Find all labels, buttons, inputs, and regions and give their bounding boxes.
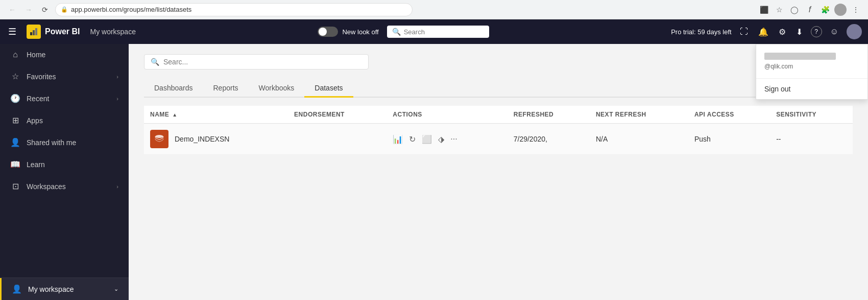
share-action-icon[interactable]: ⬗ (438, 134, 444, 144)
row-next-refresh-cell: N/A (590, 124, 688, 155)
col-next-refresh: NEXT REFRESH (590, 106, 688, 124)
sidebar-label-apps: Apps (27, 117, 43, 125)
sidebar-item-home[interactable]: ⌂ Home (0, 44, 129, 65)
lock-icon: 🔒 (61, 6, 68, 13)
content-tabs: Dashboards Reports Workbooks Datasets (144, 80, 853, 98)
extensions-icon[interactable]: 🧩 (819, 4, 831, 16)
user-dropdown: @qlik.com Sign out (756, 44, 868, 100)
tab-reports[interactable]: Reports (203, 80, 249, 98)
my-workspace-label: My workspace (28, 285, 74, 293)
back-button[interactable]: ← (6, 4, 18, 16)
sidebar-item-shared[interactable]: 👤 Shared with me (0, 131, 129, 153)
feedback-button[interactable]: ☺ (828, 25, 840, 38)
sidebar-item-workspaces[interactable]: ⊡ Workspaces › (0, 175, 129, 197)
reload-button[interactable]: ⟳ (39, 4, 51, 16)
forward-button[interactable]: → (22, 4, 35, 16)
sidebar-item-favorites[interactable]: ☆ Favorites › (0, 65, 129, 87)
search-box[interactable]: 🔍 (387, 26, 489, 38)
toggle-knob (319, 28, 327, 36)
learn-icon: 📖 (10, 159, 20, 169)
col-api-access: API ACCESS (688, 106, 770, 124)
help-button[interactable]: ? (811, 26, 822, 37)
refresh-action-icon[interactable]: ↻ (409, 134, 416, 144)
user-display-name (764, 53, 836, 60)
search-icon: 🔍 (392, 28, 401, 36)
sidebar-item-apps[interactable]: ⊞ Apps (0, 109, 129, 131)
action-icons-group: 📊 ↻ ⬜ ⬗ ··· (393, 134, 501, 144)
toggle-label: New look off (342, 28, 378, 36)
top-nav-center: New look off 🔍 (144, 26, 663, 38)
more-action-icon[interactable]: ··· (450, 134, 457, 144)
pro-trial-label: Pro trial: 59 days left (671, 28, 732, 36)
my-workspace-icon: 👤 (12, 284, 22, 294)
table-row: Demo_INDEXSN 📊 ↻ ⬜ (144, 124, 853, 155)
notifications-button[interactable]: 🔔 (756, 25, 770, 39)
tab-datasets[interactable]: Datasets (304, 80, 353, 98)
row-refreshed-cell: 7/29/2020, (508, 124, 590, 155)
dataset-icon (150, 130, 168, 148)
url-text: app.powerbi.com/groups/me/list/datasets (71, 6, 191, 13)
row-api-access-cell: Push (688, 124, 770, 155)
content-search-icon: 🔍 (151, 58, 159, 66)
app-container: ☰ Power BI My workspace New look off 🔍 (0, 19, 868, 300)
col-actions: ACTIONS (387, 106, 507, 124)
datasets-table: NAME ▲ ENDORSEMENT ACTIONS REFRESHED (144, 106, 853, 155)
tab-dashboards[interactable]: Dashboards (144, 80, 203, 98)
fx-icon[interactable]: f (804, 4, 816, 16)
toggle-switch[interactable] (318, 27, 338, 37)
profile-icon[interactable]: ◯ (788, 4, 801, 16)
sort-arrow-icon: ▲ (172, 112, 177, 118)
top-nav-right: Pro trial: 59 days left ⛶ 🔔 ⚙ ⬇ ? ☺ (671, 24, 862, 39)
settings-button[interactable]: ⚙ (777, 25, 788, 39)
col-endorsement: ENDORSEMENT (288, 106, 387, 124)
powerbi-logo: Power BI (27, 25, 80, 39)
my-workspace-chevron-icon: ⌄ (114, 286, 118, 292)
sidebar-label-home: Home (27, 51, 45, 59)
row-name-cell: Demo_INDEXSN (144, 124, 288, 155)
my-workspace-item[interactable]: 👤 My workspace ⌄ (0, 278, 129, 300)
content-search-box[interactable]: 🔍 (144, 54, 369, 70)
top-nav: ☰ Power BI My workspace New look off 🔍 (0, 19, 868, 44)
content-search-input[interactable] (163, 58, 362, 66)
download-button[interactable]: ⬇ (794, 25, 805, 39)
recent-chevron-icon: › (116, 96, 118, 102)
row-actions-cell: 📊 ↻ ⬜ ⬗ ··· (387, 124, 507, 155)
sidebar-bottom: 👤 My workspace ⌄ (0, 278, 129, 300)
svg-rect-1 (33, 30, 35, 35)
favorites-chevron-icon: › (116, 74, 118, 80)
new-look-toggle[interactable]: New look off (318, 27, 378, 37)
svg-rect-2 (35, 28, 37, 35)
fullscreen-button[interactable]: ⛶ (738, 25, 750, 38)
col-sensitivity: SENSITIVITY (770, 106, 853, 124)
sidebar-label-recent: Recent (27, 95, 49, 103)
browser-user-avatar[interactable] (834, 4, 847, 16)
cast-icon[interactable]: ⬛ (758, 4, 770, 16)
sidebar-label-shared: Shared with me (27, 139, 76, 147)
tab-workbooks[interactable]: Workbooks (249, 80, 305, 98)
schedule-action-icon[interactable]: ⬜ (422, 134, 432, 144)
user-avatar-button[interactable] (847, 24, 862, 39)
sidebar: ⌂ Home ☆ Favorites › 🕐 Recent › ⊞ Apps 👤… (0, 44, 129, 300)
powerbi-icon (27, 25, 41, 39)
main-area: ⌂ Home ☆ Favorites › 🕐 Recent › ⊞ Apps 👤… (0, 44, 868, 300)
svg-point-3 (155, 135, 163, 138)
row-sensitivity-cell: -- (770, 124, 853, 155)
search-input[interactable] (404, 28, 484, 36)
analytics-action-icon[interactable]: 📊 (393, 134, 403, 144)
browser-toolbar-right: ⬛ ☆ ◯ f 🧩 ⋮ (758, 4, 862, 16)
sidebar-label-learn: Learn (27, 160, 45, 169)
hamburger-button[interactable]: ☰ (6, 24, 18, 39)
dataset-name-group: Demo_INDEXSN (150, 130, 282, 148)
more-menu-icon[interactable]: ⋮ (850, 4, 862, 16)
table-body: Demo_INDEXSN 📊 ↻ ⬜ (144, 124, 853, 155)
address-bar[interactable]: 🔒 app.powerbi.com/groups/me/list/dataset… (55, 3, 413, 16)
apps-icon: ⊞ (10, 116, 20, 125)
sidebar-item-learn[interactable]: 📖 Learn (0, 153, 129, 175)
svg-rect-0 (30, 32, 32, 35)
sign-out-button[interactable]: Sign out (756, 79, 867, 99)
dataset-name: Demo_INDEXSN (175, 135, 229, 143)
sidebar-item-recent[interactable]: 🕐 Recent › (0, 87, 129, 109)
col-name[interactable]: NAME ▲ (144, 106, 288, 124)
shared-icon: 👤 (10, 137, 20, 147)
bookmark-icon[interactable]: ☆ (773, 4, 785, 16)
